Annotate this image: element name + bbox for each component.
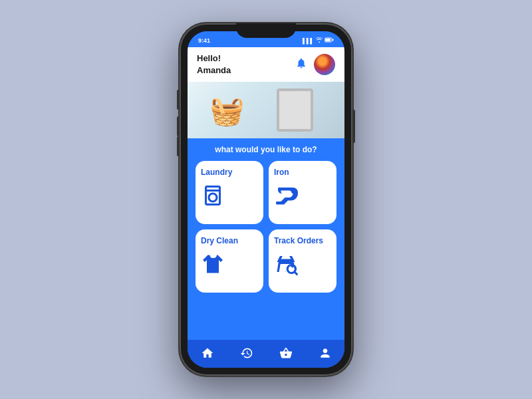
phone-wrapper: 9:41 ▌▌▌ [180,23,352,376]
hero-image [188,82,344,138]
shirt-icon [201,252,225,276]
service-label-track-orders: Track Orders [274,236,323,245]
service-card-iron[interactable]: Iron [269,161,336,224]
avatar-image [314,54,335,75]
service-label-iron: Iron [274,168,289,177]
nav-basket[interactable] [279,346,293,360]
header: Hello! Amanda [188,47,344,82]
service-card-laundry[interactable]: Laundry [196,161,263,224]
iron-icon [274,184,298,207]
bottom-nav [188,340,344,368]
battery-icon [325,37,334,44]
header-right [295,54,335,75]
nav-history[interactable] [240,346,253,360]
status-time: 9:41 [198,37,210,44]
svg-rect-1 [325,39,331,41]
nav-home[interactable] [201,346,214,360]
avatar[interactable] [314,54,335,75]
washing-machine-icon [201,184,225,207]
signal-icon: ▌▌▌ [303,38,314,44]
status-icons: ▌▌▌ [303,37,334,44]
service-card-dry-clean[interactable]: Dry Clean [196,229,263,293]
screen-content: 9:41 ▌▌▌ [188,31,344,368]
question-text: what would you like to do? [196,145,336,154]
wifi-icon [316,37,323,44]
phone-screen: 9:41 ▌▌▌ [188,31,344,368]
service-card-track-orders[interactable]: Track Orders [269,229,336,293]
washer-door [283,96,307,120]
nav-profile[interactable] [319,346,332,360]
svg-rect-2 [332,39,334,41]
phone-frame: 9:41 ▌▌▌ [180,23,352,376]
service-grid: Laundry Iron [196,161,336,293]
service-label-laundry: Laundry [201,168,232,177]
main-content: what would you like to do? Laundry Iron [188,138,344,340]
basket-search-icon [274,252,298,276]
phone-notch [236,23,296,38]
header-greeting: Hello! Amanda [197,53,231,76]
bell-icon[interactable] [295,57,307,72]
service-label-dry-clean: Dry Clean [201,236,238,245]
